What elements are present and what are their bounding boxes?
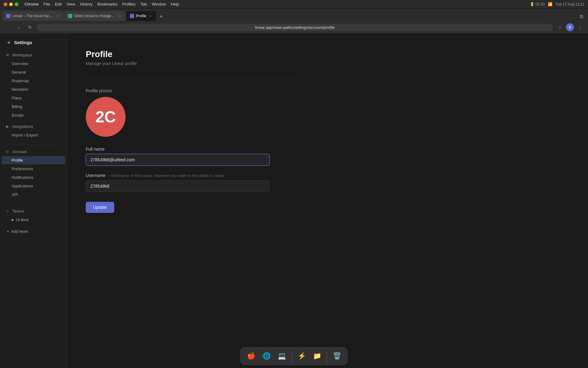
bookmark-icon[interactable]: ☆ <box>556 23 564 32</box>
menu-profiles[interactable]: Profiles <box>122 2 135 6</box>
dock-finder[interactable]: 🍎 <box>244 349 258 363</box>
sidebar-item-profile[interactable]: Profile <box>2 156 65 164</box>
sidebar: ◀ Settings ⊞ Workspace Overview General … <box>0 34 67 368</box>
mac-title-bar: Chrome File Edit View History Bookmarks … <box>0 0 588 9</box>
page-title: Profile <box>86 49 300 59</box>
full-name-group: Full name <box>86 147 300 166</box>
add-team-label: Add team <box>11 229 28 234</box>
menu-help[interactable]: Help <box>171 2 179 6</box>
username-label: Username – Nickname or first name, howev… <box>86 173 300 178</box>
tab-close-django[interactable]: ✕ <box>118 14 122 18</box>
sidebar-header: ◀ Settings <box>0 36 67 51</box>
dock-reeder[interactable]: ⚡ <box>295 349 308 363</box>
sidebar-title: Settings <box>14 40 32 45</box>
workspace-section: ⊞ Workspace Overview General Roadmap Mem… <box>0 51 67 120</box>
sidebar-item-overview[interactable]: Overview <box>2 59 65 68</box>
tab-profile[interactable]: Profile ✕ <box>126 11 156 21</box>
avatar[interactable]: 2C <box>86 97 126 137</box>
dock-trash[interactable]: 🗑️ <box>330 349 344 363</box>
address-input[interactable] <box>37 24 553 31</box>
dock-chrome[interactable]: 🌐 <box>260 349 273 363</box>
sidebar-item-applications[interactable]: Applications <box>2 182 65 190</box>
sidebar-item-api[interactable]: API <box>2 190 65 199</box>
maximize-button[interactable] <box>15 2 18 6</box>
minimize-button[interactable] <box>9 2 13 6</box>
tabs-row: Linear – The issue tracking to... ✕ Sele… <box>0 9 588 21</box>
menu-chrome[interactable]: Chrome <box>24 2 39 6</box>
traffic-lights[interactable] <box>4 2 18 6</box>
sidebar-item-general[interactable]: General <box>2 68 65 76</box>
address-row: ‹ › ↻ ☆ S ⋮ <box>0 21 588 34</box>
tab-close-profile[interactable]: ✕ <box>148 14 153 18</box>
sidebar-item-emojis[interactable]: Emojis <box>2 111 65 119</box>
reload-button[interactable]: ↻ <box>26 23 34 32</box>
mac-menu: Chrome File Edit View History Bookmarks … <box>24 2 179 6</box>
add-team-icon: + <box>7 229 9 234</box>
page-subtitle: Manage your Linear profile <box>86 61 300 66</box>
menu-bookmarks[interactable]: Bookmarks <box>97 2 117 6</box>
username-hint: – Nickname or first name, however you wa… <box>108 173 224 178</box>
tab-favicon-profile <box>130 14 134 18</box>
extensions-button[interactable]: ⧉ <box>577 12 586 21</box>
mac-dock: 🍎 🌐 💻 ⚡ 📁 🗑️ <box>240 347 348 365</box>
forward-button[interactable]: › <box>15 23 23 32</box>
sidebar-item-members[interactable]: Members <box>2 85 65 94</box>
sidebar-item-import-export[interactable]: Import / Export <box>2 131 65 139</box>
sidebar-item-plans[interactable]: Plans <box>2 94 65 102</box>
teams-icon: ◇ <box>5 209 10 213</box>
battery-indicator: 🔋 02:33 <box>530 2 545 6</box>
sidebar-item-billing[interactable]: Billing <box>2 102 65 111</box>
profile-avatar-icon[interactable]: S <box>566 23 574 31</box>
sidebar-item-preferences[interactable]: Preferences <box>2 165 65 173</box>
section-divider-top <box>86 78 300 79</box>
username-input[interactable] <box>86 180 270 192</box>
menu-history[interactable]: History <box>80 2 92 6</box>
profile-picture-label: Profile picture <box>86 88 300 93</box>
menu-view[interactable]: View <box>67 2 75 6</box>
tab-label-linear: Linear – The issue tracking to... <box>12 14 54 18</box>
tab-linear[interactable]: Linear – The issue tracking to... ✕ <box>2 11 64 21</box>
account-section-header[interactable]: ◎ Account <box>0 147 67 156</box>
workspace-section-header[interactable]: ⊞ Workspace <box>0 51 67 59</box>
menu-tab[interactable]: Tab <box>140 2 147 6</box>
integrations-arrow-icon: ▶ <box>5 124 10 129</box>
full-name-input[interactable] <box>86 154 270 166</box>
dock-divider-2 <box>327 352 327 363</box>
account-label: Account <box>12 149 27 154</box>
menu-window[interactable]: Window <box>152 2 166 6</box>
title-bar-right: 🔋 02:33 📶 Tue 17 Aug 13:21 <box>530 2 584 6</box>
tab-django[interactable]: Select email to change | Djang... ✕ <box>64 11 126 21</box>
workspace-label: Workspace <box>12 53 32 57</box>
sidebar-item-uifeed[interactable]: ▶ Ui feed <box>2 216 65 224</box>
menu-edit[interactable]: Edit <box>55 2 62 6</box>
workspace-icon: ⊞ <box>5 52 10 57</box>
sidebar-item-roadmap[interactable]: Roadmap <box>2 77 65 85</box>
close-button[interactable] <box>4 2 7 6</box>
account-icon: ◎ <box>5 149 10 154</box>
dock-files[interactable]: 📁 <box>310 349 324 363</box>
more-options-icon[interactable]: ⋮ <box>576 23 584 32</box>
browser-chrome: Linear – The issue tracking to... ✕ Sele… <box>0 9 588 34</box>
sidebar-item-notifications[interactable]: Notifications <box>2 173 65 182</box>
full-name-label: Full name <box>86 147 300 151</box>
avatar-initials: 2C <box>96 108 116 126</box>
teams-section-header[interactable]: ◇ Teams <box>0 207 67 215</box>
tab-close-linear[interactable]: ✕ <box>56 14 60 18</box>
dock-terminal[interactable]: 💻 <box>275 349 288 363</box>
tab-favicon-linear <box>6 14 10 18</box>
uifeed-label: Ui feed <box>16 217 28 222</box>
sidebar-back-button[interactable]: ◀ <box>5 39 12 46</box>
sidebar-item-add-team[interactable]: + Add team <box>2 227 65 236</box>
integrations-header[interactable]: ▶ Integrations <box>0 122 67 131</box>
tab-label-django: Select email to change | Djang... <box>74 14 116 18</box>
dock-divider <box>292 352 292 363</box>
back-button[interactable]: ‹ <box>4 23 12 32</box>
wifi-icon: 📶 <box>548 2 552 6</box>
menu-file[interactable]: File <box>43 2 50 6</box>
app-layout: ◀ Settings ⊞ Workspace Overview General … <box>0 34 588 368</box>
main-content: Profile Manage your Linear profile Profi… <box>67 34 588 368</box>
integrations-label: Integrations <box>12 124 33 129</box>
teams-label: Teams <box>12 209 24 213</box>
update-button[interactable]: Update <box>86 202 114 213</box>
new-tab-button[interactable]: + <box>157 12 165 21</box>
